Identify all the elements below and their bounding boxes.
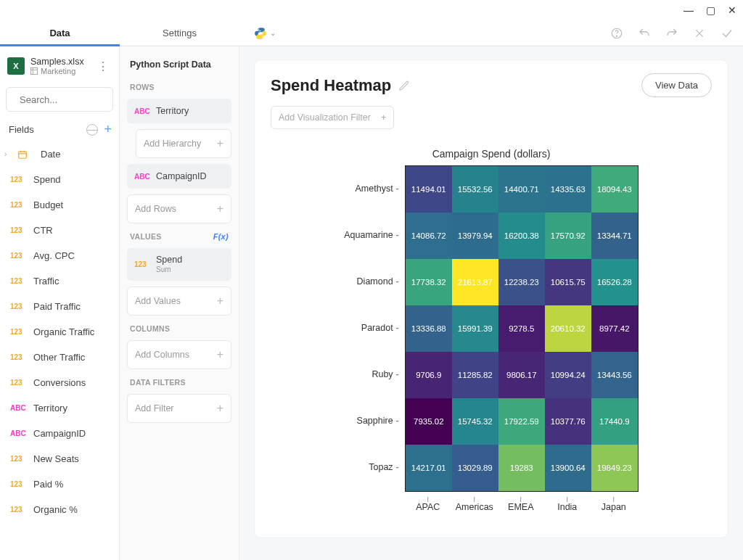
minimize-button[interactable]: — [684,5,694,15]
heatmap-cell: 18094.43 [591,166,638,213]
heatmap-cell: 13344.71 [591,213,638,259]
x-axis-label: India [544,492,591,512]
python-kernel-menu[interactable]: ⌄ [248,27,276,40]
heatmap-cell: 17738.32 [406,259,452,305]
plus-icon: + [217,295,223,308]
fields-label: Fields [9,124,34,135]
add-viz-filter-button[interactable]: Add Visualization Filter + [271,106,394,129]
field-item[interactable]: 123Paid % [0,472,119,497]
canvas: Spend Heatmap View Data Add Visualizatio… [239,46,743,560]
field-item[interactable]: 123Avg. CPC [0,243,119,268]
add-filter-button[interactable]: Add Filter+ [127,394,231,423]
tab-data[interactable]: Data [0,20,120,46]
fx-icon[interactable]: F(x) [213,232,229,241]
field-item[interactable]: 123Conversions [0,370,119,395]
field-item[interactable]: 123Budget [0,192,119,218]
heatmap-cell: 19849.23 [591,445,638,491]
row-pill-campaignid[interactable]: ABCCampaignID [127,164,231,189]
heatmap-cell: 17440.9 [591,398,638,445]
y-axis-label: Sapphire [344,398,405,444]
plus-icon: + [381,112,386,123]
y-axis-label: Ruby [344,351,405,398]
heatmap-cell: 16200.38 [498,213,545,259]
heatmap-cell: 11285.82 [452,352,498,398]
heatmap-cell: 13443.56 [591,352,638,398]
python-icon [254,27,267,40]
config-title: Python Script Data [120,55,239,77]
add-rows-button[interactable]: Add Rows+ [127,194,231,223]
heatmap-cell: 21613.87 [452,259,498,305]
values-section-label: VALUES [130,232,162,241]
field-item[interactable]: 123Organic Traffic [0,319,119,345]
field-item[interactable]: 123Other Traffic [0,345,119,370]
redo-icon[interactable] [665,26,679,41]
search-input-wrap[interactable] [6,87,113,112]
x-axis-label: Japan [591,492,637,512]
datasource-row[interactable]: X Samples.xlsx Marketing ⋮ [0,46,119,83]
config-panel: Python Script Data ROWS ABCTerritory Add… [120,46,239,560]
chevron-down-icon: ⌄ [270,29,276,37]
heatmap-cell: 17922.59 [498,398,545,445]
cancel-icon[interactable] [692,26,707,41]
field-item[interactable]: ABCTerritory [0,395,119,421]
heatmap-cell: 14217.01 [406,445,452,491]
help-icon[interactable] [609,26,624,41]
x-axis-label: EMEA [498,492,544,512]
heatmap-cell: 15532.56 [452,166,498,213]
tab-bar: Data Settings ⌄ [0,20,743,46]
datasource-menu-icon[interactable]: ⋮ [94,59,112,73]
add-hierarchy-button[interactable]: Add Hierarchy+ [136,129,231,158]
svg-rect-7 [19,151,27,157]
row-pill-territory[interactable]: ABCTerritory [127,99,231,123]
plus-icon: + [217,402,223,415]
heatmap-cell: 13979.94 [452,213,498,259]
field-item[interactable]: 123Spend [0,167,119,192]
window-titlebar: — ▢ ✕ [0,0,743,20]
field-item[interactable]: 123New Seats [0,446,119,472]
tab-settings[interactable]: Settings [120,20,239,46]
close-window-button[interactable]: ✕ [727,5,737,15]
heatmap-cell: 14400.71 [498,166,545,213]
confirm-icon[interactable] [720,26,734,41]
heatmap-cell: 8977.42 [591,305,638,352]
edit-title-icon[interactable] [398,80,410,91]
columns-section-label: COLUMNS [120,318,239,337]
heatmap-cell: 13900.64 [545,445,591,491]
heatmap-cell: 12238.23 [498,259,545,305]
heatmap-grid: 11494.0115532.5614400.7114335.6318094.43… [405,165,639,492]
add-values-button[interactable]: Add Values+ [127,287,231,316]
filters-section-label: DATA FILTERS [120,372,239,391]
plus-icon: + [217,137,223,150]
field-item[interactable]: 123Paid Traffic [0,294,119,319]
heatmap-cell: 20610.32 [545,305,591,352]
heatmap-cell: 10994.24 [545,352,591,398]
view-data-button[interactable]: View Data [641,73,712,97]
field-list: ›Date123Spend123Budget123CTR123Avg. CPC1… [0,141,119,560]
sheet-name: Marketing [30,67,89,75]
y-axis-label: Diamond [344,258,405,305]
field-item[interactable]: ABCCampaignID [0,421,119,446]
field-item[interactable]: ›Date [0,141,119,167]
heatmap-cell: 11494.01 [406,166,452,213]
x-axis-label: APAC [405,492,451,512]
heatmap-cell: 13336.88 [406,305,452,352]
svg-point-1 [616,36,617,36]
field-item[interactable]: 123CTR [0,218,119,243]
y-axis-label: Amethyst [344,165,405,212]
heatmap-cell: 10615.75 [545,259,591,305]
fields-sidebar: X Samples.xlsx Marketing ⋮ Fields + ›Dat… [0,46,120,560]
globe-icon[interactable] [86,124,98,136]
field-item[interactable]: 123Organic % [0,497,119,522]
visualization-card: Spend Heatmap View Data Add Visualizatio… [254,59,728,538]
heatmap-cell: 9806.17 [498,352,545,398]
value-pill-spend[interactable]: 123SpendSum [127,248,231,281]
add-field-icon[interactable]: + [104,122,112,137]
y-axis-label: Aquamarine [344,212,405,258]
field-item[interactable]: 123Traffic [0,268,119,294]
heatmap-cell: 9278.5 [498,305,545,352]
x-axis-label: Americas [451,492,498,512]
maximize-button[interactable]: ▢ [705,5,715,15]
add-columns-button[interactable]: Add Columns+ [127,340,231,369]
chart: Campaign Spend (dollars) AmethystAquamar… [271,148,712,512]
undo-icon[interactable] [637,26,652,41]
